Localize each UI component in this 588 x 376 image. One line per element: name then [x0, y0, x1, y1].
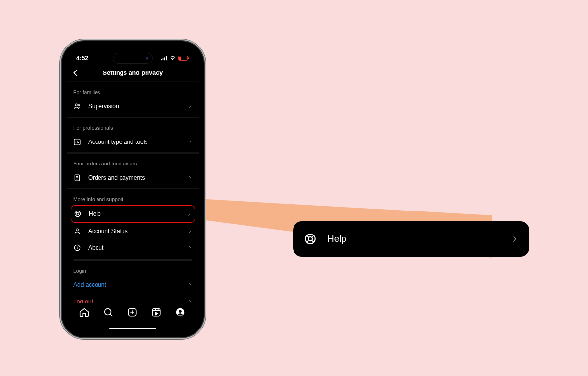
chart-icon [74, 138, 81, 146]
row-about[interactable]: About [74, 239, 192, 256]
section-header-support: More info and support [74, 189, 192, 205]
row-label: Orders and payments [88, 174, 180, 181]
row-label: Account Status [88, 228, 180, 235]
row-help[interactable]: Help [74, 206, 192, 222]
svg-rect-7 [188, 57, 189, 59]
receipt-icon [74, 174, 81, 182]
reels-icon[interactable] [151, 307, 163, 319]
svg-point-13 [77, 213, 79, 215]
section-header-orders: Your orders and fundraisers [74, 154, 192, 169]
battery-icon [178, 56, 189, 61]
person-icon [74, 227, 81, 235]
row-label: Supervision [88, 103, 180, 110]
row-label: Add account [74, 282, 180, 288]
svg-point-8 [75, 104, 77, 106]
svg-rect-4 [166, 56, 167, 60]
dynamic-island [113, 53, 153, 64]
chevron-right-icon [187, 212, 192, 216]
bottom-nav [67, 303, 199, 332]
lifebuoy-icon [304, 233, 317, 245]
phone-screen: 4:52 Settings and privacy For families S… [67, 46, 199, 332]
chevron-right-icon [187, 229, 192, 234]
svg-point-14 [76, 229, 79, 231]
svg-rect-2 [163, 58, 164, 60]
home-icon[interactable] [79, 307, 91, 319]
row-orders-payments[interactable]: Orders and payments [74, 169, 192, 186]
callout-help[interactable]: Help [293, 221, 529, 257]
row-label: Account type and tools [88, 139, 180, 145]
callout-label: Help [327, 234, 500, 244]
chevron-right-icon [187, 140, 192, 144]
row-supervision[interactable]: Supervision [74, 98, 192, 115]
status-time: 4:52 [76, 55, 88, 62]
svg-point-22 [308, 237, 312, 241]
phone-frame: 4:52 Settings and privacy For families S… [62, 41, 204, 337]
home-indicator [109, 328, 156, 329]
page-title: Settings and privacy [103, 70, 163, 76]
row-account-type[interactable]: Account type and tools [74, 134, 192, 150]
people-icon [74, 102, 81, 110]
row-label: About [88, 244, 180, 251]
section-header-families: For families [74, 82, 192, 98]
svg-rect-3 [164, 57, 165, 60]
back-icon[interactable] [72, 69, 80, 77]
lifebuoy-icon [74, 210, 82, 218]
svg-point-16 [104, 309, 111, 315]
svg-point-9 [78, 105, 80, 106]
chevron-right-icon [511, 235, 518, 243]
highlight-help: Help [71, 205, 195, 223]
svg-point-20 [179, 310, 182, 313]
section-orders: Your orders and fundraisers Orders and p… [67, 154, 199, 186]
screen-header: Settings and privacy [67, 65, 199, 81]
chevron-right-icon [187, 245, 192, 250]
svg-rect-1 [161, 59, 162, 61]
section-support: More info and support Help Account Statu… [67, 189, 199, 261]
cellular-icon [161, 56, 168, 61]
status-icons [161, 56, 189, 61]
section-header-login: Login [74, 261, 192, 277]
svg-rect-18 [152, 308, 160, 316]
row-add-account[interactable]: Add account [74, 277, 192, 293]
section-families: For families Supervision [67, 82, 199, 115]
settings-content: For families Supervision For professiona… [67, 81, 199, 310]
row-label: Help [89, 211, 180, 217]
profile-icon[interactable] [175, 307, 187, 319]
section-professionals: For professionals Account type and tools [67, 118, 199, 150]
section-login: Login Add account Log out [67, 261, 199, 310]
chevron-right-icon [187, 104, 192, 109]
chevron-right-icon [187, 282, 192, 287]
svg-rect-6 [179, 56, 181, 59]
create-icon[interactable] [127, 307, 139, 319]
section-header-professionals: For professionals [74, 118, 192, 134]
row-account-status[interactable]: Account Status [74, 223, 192, 239]
wifi-icon [170, 56, 176, 61]
chevron-right-icon [187, 175, 192, 180]
info-icon [74, 244, 81, 252]
search-icon[interactable] [103, 307, 115, 319]
